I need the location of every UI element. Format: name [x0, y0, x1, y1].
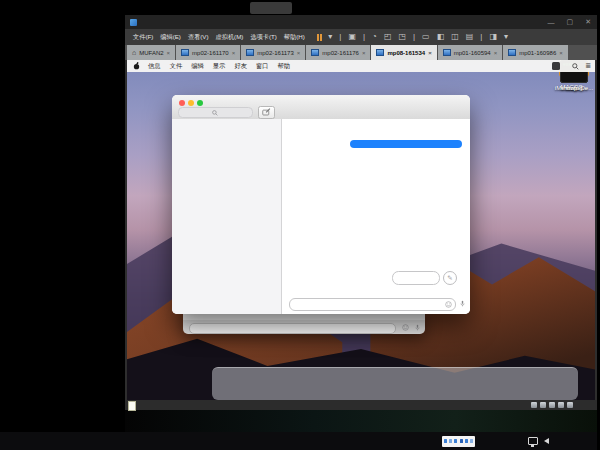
desktop-icon-label: stop...	[548, 85, 595, 91]
tab-close-icon[interactable]: ×	[428, 50, 432, 56]
vm-tab-icon	[246, 49, 254, 56]
microphone-icon[interactable]	[414, 324, 421, 331]
status-tip	[128, 401, 136, 411]
toolbar-snapshot-manager-icon[interactable]: ◳	[398, 33, 406, 41]
emoji-icon[interactable]	[445, 301, 452, 308]
dock	[212, 367, 578, 400]
tab-close-icon[interactable]: ×	[494, 50, 498, 56]
macos-menu-item[interactable]: 编辑	[191, 62, 204, 71]
cd-icon	[549, 402, 556, 408]
vm-tab[interactable]: mp08-161534 ×	[371, 45, 436, 60]
tab-close-icon[interactable]: ×	[297, 50, 301, 56]
toolbar-snapshot-revert-icon[interactable]: ◰	[384, 33, 392, 41]
vmware-menu-item[interactable]: 查看(V)	[188, 33, 209, 42]
toolbar-layout-toggle-icon[interactable]: ▤	[466, 33, 474, 41]
vm-tab[interactable]: mp01-160594 ×	[438, 45, 503, 60]
host-desktop[interactable]	[125, 410, 597, 432]
minimize-button[interactable]	[188, 100, 194, 106]
vmware-app-icon	[130, 19, 137, 26]
volume-tray-icon[interactable]	[544, 438, 549, 444]
close-button[interactable]	[179, 100, 185, 106]
vm-tab-label: mp08-161534	[387, 50, 425, 56]
toolbar-sep3-icon[interactable]: |	[413, 33, 415, 41]
capture-toolbar	[250, 2, 292, 14]
emoji-icon[interactable]	[402, 324, 409, 331]
vmware-menu-item[interactable]: 编辑(E)	[160, 33, 181, 42]
vm-tab-icon	[311, 49, 319, 56]
imessage-input[interactable]	[289, 298, 456, 311]
vmware-menu-item[interactable]: 选项卡(T)	[250, 33, 276, 42]
macos-menu-item[interactable]: 好友	[234, 62, 247, 71]
vm-tab[interactable]: mp02-161176 ×	[306, 45, 370, 60]
floppy-icon	[531, 402, 538, 408]
vm-tab-label: mp02-161173	[257, 50, 294, 56]
vmware-status-bar	[125, 400, 597, 410]
toolbar-sep2-icon[interactable]: |	[363, 33, 365, 41]
vm-tab[interactable]: mp02-161170 ×	[176, 45, 240, 60]
vm-tab[interactable]: MUFAN2 ×	[127, 45, 175, 60]
vm-tab-icon	[132, 49, 136, 56]
input-source-icon[interactable]	[552, 62, 560, 70]
vm-tab[interactable]: mp02-161173 ×	[241, 45, 305, 60]
window-minimize-button[interactable]: —	[548, 19, 555, 26]
vm-tab-label: mp01-160594	[454, 50, 491, 56]
macos-menu-item[interactable]: 文件	[170, 62, 183, 71]
vmware-menu-item[interactable]: 文件(F)	[133, 33, 153, 42]
toolbar-fullscreen-icon[interactable]: ◨	[489, 33, 497, 41]
macos-menubar: 信息文件编辑显示好友窗口帮助 ≣	[127, 60, 595, 72]
vm-tab[interactable]: mp01-160986 ×	[503, 45, 568, 60]
toolbar-fullscreen-arrow-icon[interactable]: ▾	[504, 33, 508, 41]
vm-tab-label: MUFAN2	[139, 50, 163, 56]
vm-tab-label: mp01-160986	[519, 50, 556, 56]
vm-screen[interactable]: 信息文件编辑显示好友窗口帮助 ≣	[127, 60, 595, 400]
macos-menu-item[interactable]: 信息	[148, 62, 161, 71]
compose-button[interactable]	[258, 106, 275, 119]
macos-menu-item[interactable]: 显示	[213, 62, 226, 71]
toolbar-unity-view-icon[interactable]: ◫	[451, 33, 459, 41]
messages-toolbar[interactable]	[172, 95, 470, 120]
vmware-window: —▢✕ 文件(F)编辑(E)查看(V)虚拟机(M)选项卡(T)帮助(H) ▾|▣…	[125, 15, 597, 410]
microphone-icon[interactable]	[459, 300, 466, 307]
notification-center-icon[interactable]: ≣	[585, 62, 591, 70]
toolbar-console-view-icon[interactable]: ▭	[422, 33, 430, 41]
zoom-button[interactable]	[197, 100, 203, 106]
vm-tab-label: mp02-161170	[192, 50, 229, 56]
hdd-icon	[540, 402, 547, 408]
apple-menu-icon[interactable]	[133, 62, 140, 70]
toolbar-pause-arrow-icon[interactable]: ▾	[328, 33, 332, 41]
compose-icon	[262, 108, 271, 116]
spotlight-icon[interactable]	[572, 63, 579, 70]
tab-close-icon[interactable]: ×	[232, 50, 236, 56]
window-close-button[interactable]: ✕	[585, 18, 591, 26]
tab-close-icon[interactable]: ×	[559, 50, 563, 56]
toolbar-snapshot-take-icon[interactable]: ◔	[372, 33, 377, 41]
tab-close-icon[interactable]: ×	[362, 50, 366, 56]
link-bubble[interactable]	[392, 271, 440, 285]
window-maximize-button[interactable]: ▢	[567, 18, 574, 26]
chat-area	[282, 119, 470, 314]
pencil-icon[interactable]	[443, 271, 457, 285]
vm-tab-label: mp02-161176	[322, 50, 359, 56]
sent-message-bubble[interactable]	[350, 140, 462, 148]
search-input[interactable]	[178, 107, 253, 118]
macos-menu-item[interactable]: 帮助	[278, 62, 291, 71]
vmware-menu-item[interactable]: 虚拟机(M)	[216, 33, 244, 42]
pause-button[interactable]	[317, 34, 323, 41]
toolbar-sep1-icon[interactable]: |	[339, 33, 341, 41]
toolbar-library-toggle-icon[interactable]: ◧	[437, 33, 445, 41]
network-tray-icon[interactable]	[528, 437, 538, 445]
messages-window	[172, 95, 470, 314]
vmware-menu-item[interactable]: 帮助(H)	[284, 33, 305, 42]
device-status-icons[interactable]	[531, 402, 574, 408]
imessage-input[interactable]	[189, 323, 396, 334]
macos-menu-item[interactable]: 窗口	[256, 62, 269, 71]
tab-close-icon[interactable]: ×	[167, 50, 171, 56]
ime-toolbar[interactable]	[442, 436, 475, 447]
vmware-title-bar[interactable]: —▢✕	[125, 15, 597, 29]
toolbar-sep4-icon[interactable]: |	[480, 33, 482, 41]
system-tray	[522, 432, 555, 450]
vm-tab-icon	[443, 49, 451, 56]
vm-tab-icon	[508, 49, 516, 56]
toolbar-vm-settings-icon[interactable]: ▣	[348, 33, 356, 41]
vmware-menu-bar: 文件(F)编辑(E)查看(V)虚拟机(M)选项卡(T)帮助(H) ▾|▣|◔◰◳…	[125, 29, 597, 45]
